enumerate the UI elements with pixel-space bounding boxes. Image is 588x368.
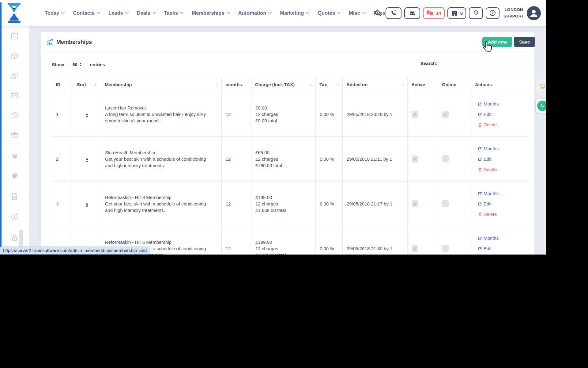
nav-item-tasks[interactable]: Tasks (164, 10, 184, 16)
online-checkbox[interactable]: ✓ (442, 155, 449, 162)
cell-online: ✓ (438, 137, 471, 182)
col-header-added-on[interactable]: Added on↑↓ (343, 77, 408, 92)
search-input[interactable] (440, 59, 530, 68)
nav-item-automation[interactable]: Automation (238, 10, 272, 16)
edit-icon (478, 247, 482, 251)
account-location-label[interactable]: LONDON SUPPORT (503, 7, 524, 19)
edit-link[interactable]: Edit (478, 156, 526, 162)
sidebar-item-pricing[interactable] (10, 172, 19, 180)
col-header-tax[interactable]: Tax↑↓ (316, 77, 343, 92)
floating-phone-button[interactable] (536, 99, 546, 113)
nav-item-leads[interactable]: Leads (108, 10, 129, 16)
edit-icon (478, 191, 482, 195)
cell-charge: £199.00 12 charges £2,388.00 total (251, 226, 316, 255)
delete-link[interactable]: Delete (478, 122, 526, 127)
floating-cart-button[interactable] (536, 80, 546, 93)
sidebar-item-calendar[interactable]: 12 (10, 32, 19, 40)
phone-button[interactable] (386, 7, 401, 19)
nav-item-contacts[interactable]: Contacts (73, 10, 100, 16)
sidebar-item-account-sync[interactable] (10, 213, 19, 221)
col-header-months[interactable]: months↑↓ (222, 77, 251, 92)
memberships-table: ID↑↓ Sort↑↓ Membership↑↓ months↑↓ Charge… (52, 77, 530, 255)
col-header-id[interactable]: ID↑↓ (52, 77, 73, 92)
nav-item-misc[interactable]: Misc (349, 10, 366, 16)
page-title-text: Memberships (56, 39, 92, 45)
app-logo[interactable] (6, 2, 22, 25)
sidebar-item-gifts[interactable] (10, 131, 19, 139)
chat-bubbles-icon (426, 10, 434, 17)
cell-online: ✓ (438, 226, 471, 255)
months-link[interactable]: Months (478, 191, 526, 196)
table-row: 3 Reformaskin - HIT3 Membership Get your… (52, 182, 530, 226)
nav-item-memberships[interactable]: Memberships (192, 10, 230, 16)
notifications-button[interactable] (469, 7, 483, 19)
nav-label: Quotes (318, 10, 335, 16)
cell-membership: Skin Health Membership Get your best ski… (101, 137, 222, 182)
sidebar-item-packages[interactable] (10, 52, 19, 60)
account-line1: LONDON (503, 7, 524, 13)
col-header-sort[interactable]: Sort↑↓ (73, 77, 101, 92)
edit-link[interactable]: Edit (478, 201, 526, 206)
sort-arrows-icon: ↑↓ (432, 82, 434, 87)
inbox-button[interactable] (404, 7, 420, 19)
add-new-button[interactable]: Add new (482, 37, 512, 47)
user-avatar[interactable] (527, 6, 541, 20)
col-header-online[interactable]: Online↑↓ (438, 77, 471, 92)
sidebar-item-copies[interactable] (10, 72, 19, 80)
sidebar-item-security[interactable] (10, 234, 19, 242)
cell-tax: 0.00 % (316, 92, 343, 137)
price-tag-icon (10, 172, 19, 180)
col-header-charge[interactable]: Charge (Incl. TAX)↑↓ (251, 77, 316, 92)
chat-button[interactable]: 14 (423, 7, 445, 19)
drag-sort-handle[interactable] (86, 158, 88, 163)
sidebar-item-history[interactable] (10, 111, 19, 119)
cell-added-on: 29/05/2018 20:28 by 1 (343, 92, 408, 137)
cell-active: ✓ (408, 226, 438, 255)
edit-link[interactable]: Edit (478, 112, 526, 117)
save-button[interactable]: Save (514, 37, 535, 47)
active-checkbox[interactable]: ✓ (412, 200, 418, 207)
chevron-down-icon (97, 12, 100, 14)
drag-sort-handle[interactable] (86, 203, 88, 207)
sidebar-item-basket[interactable] (10, 91, 19, 99)
help-button[interactable]: ? (486, 7, 499, 19)
sidebar-item-reports[interactable] (10, 192, 19, 201)
active-checkbox[interactable]: ✓ (412, 155, 418, 163)
nav-item-quotes[interactable]: Quotes (318, 10, 341, 16)
drag-sort-handle[interactable] (86, 113, 88, 118)
check-icon: ✓ (413, 112, 417, 117)
sidebar-scrollbar[interactable] (19, 229, 23, 247)
header-buttons: Add new Save (482, 37, 535, 47)
active-checkbox[interactable]: ✓ (412, 111, 418, 118)
chevron-down-icon (125, 12, 129, 14)
person-icon (527, 6, 541, 20)
sidebar-item-shop[interactable] (10, 152, 19, 161)
online-checkbox[interactable]: ✓ (442, 111, 449, 118)
nav-item-today[interactable]: Today (45, 10, 65, 16)
edit-link[interactable]: Edit (478, 246, 526, 251)
col-header-active[interactable]: Active↑↓ (408, 77, 438, 92)
active-checkbox[interactable]: ✓ (412, 245, 418, 252)
store-button[interactable]: 8 (447, 7, 466, 19)
cell-added-on: 29/05/2018 21:30 by 1 (343, 226, 408, 255)
cell-id: 2 (52, 137, 73, 182)
phone-icon (390, 10, 397, 17)
page-size-select[interactable]: 50 (68, 60, 86, 69)
inbox-icon (409, 10, 416, 17)
online-checkbox[interactable]: ✓ (442, 200, 449, 207)
search-icon[interactable] (374, 10, 382, 17)
nav-item-marketing[interactable]: Marketing (280, 10, 309, 16)
cart-icon (538, 82, 546, 90)
months-link[interactable]: Months (478, 146, 526, 151)
topbar: Today Contacts Leads Deals Tasks Members… (0, 0, 546, 26)
cube-icon (10, 52, 19, 60)
delete-link[interactable]: Delete (478, 167, 526, 172)
online-checkbox[interactable]: ✓ (442, 245, 449, 252)
months-link[interactable]: Months (478, 236, 526, 241)
months-link[interactable]: Months (478, 101, 526, 106)
delete-link[interactable]: Delete (478, 212, 526, 217)
basket-icon (10, 91, 19, 99)
nav-item-deals[interactable]: Deals (137, 10, 156, 16)
col-header-membership[interactable]: Membership↑↓ (101, 77, 222, 92)
check-icon: ✓ (413, 201, 417, 206)
